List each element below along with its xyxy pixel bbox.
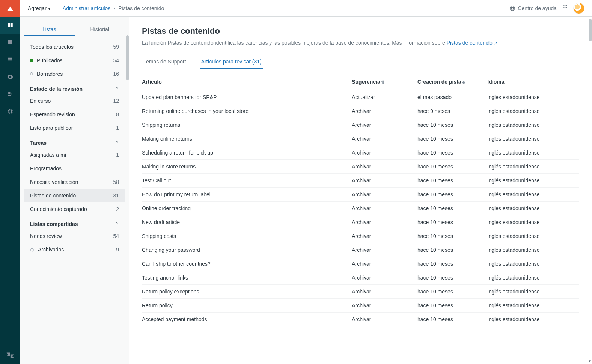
- svg-line-8: [513, 9, 514, 10]
- sidebar-item-captured-knowledge[interactable]: Conocimiento capturado 2: [24, 202, 125, 216]
- svg-point-4: [512, 7, 514, 9]
- page-title: Pistas de contenido: [142, 26, 579, 36]
- cell-suggestion: Archivar: [352, 146, 417, 160]
- main-scrollbar-thumb[interactable]: [589, 19, 592, 41]
- sort-icon: ⇅: [381, 80, 384, 84]
- col-language[interactable]: Idioma: [487, 73, 579, 90]
- tab-support-topics[interactable]: Temas de Support: [142, 55, 188, 69]
- cell-suggestion: Archivar: [352, 299, 417, 313]
- sidebar-item-assigned[interactable]: Asignadas a mí 1: [24, 148, 125, 162]
- table-row[interactable]: Returning online purchases in your local…: [142, 104, 579, 118]
- sidebar-item-label: Pistas de contenido: [30, 193, 76, 199]
- zendesk-logo-icon[interactable]: [0, 347, 20, 364]
- table-row[interactable]: Making in-store returnsArchivarhace 10 m…: [142, 160, 579, 174]
- tab-history[interactable]: Historial: [75, 23, 125, 36]
- topbar: Agregar ▾ Administrar artículos › Pistas…: [20, 0, 592, 17]
- cell-created: el mes pasado: [417, 90, 487, 104]
- sidebar-section-tasks[interactable]: Tareas ⌃: [24, 135, 125, 148]
- nav-settings-icon[interactable]: [0, 103, 20, 120]
- nav-users-icon[interactable]: [0, 86, 20, 103]
- cell-language: inglés estadounidense: [487, 104, 579, 118]
- sidebar-item-archived[interactable]: ⊖Archivados 9: [24, 243, 125, 256]
- table-row[interactable]: Testing anchor linksArchivarhace 10 mese…: [142, 271, 579, 285]
- cell-language: inglés estadounidense: [487, 118, 579, 132]
- cell-language: inglés estadounidense: [487, 285, 579, 299]
- sidebar-item-label: Esperando revisión: [30, 111, 75, 117]
- avatar[interactable]: [573, 3, 584, 14]
- sidebar-item-content-cues[interactable]: Pistas de contenido 31: [24, 189, 125, 202]
- cell-created: hace 10 meses: [417, 285, 487, 299]
- sidebar-item-ready[interactable]: Listo para publicar 1: [24, 121, 125, 135]
- cell-created: hace 10 meses: [417, 118, 487, 132]
- breadcrumb: Administrar artículos › Pistas de conten…: [63, 5, 164, 11]
- section-label: Estado de la revisión: [30, 86, 83, 92]
- cell-language: inglés estadounidense: [487, 313, 579, 326]
- table-row[interactable]: Changing your passwordArchivarhace 10 me…: [142, 243, 579, 257]
- chevron-down-icon: ▾: [48, 5, 51, 11]
- cell-created: hace 10 meses: [417, 174, 487, 188]
- table-row[interactable]: Updated plan banners for SP&PActualizare…: [142, 90, 579, 104]
- nav-knowledge-icon[interactable]: [0, 17, 20, 34]
- sidebar-section-review[interactable]: Estado de la revisión ⌃: [24, 81, 125, 94]
- desc-link[interactable]: Pistas de contenido ↗: [447, 40, 497, 46]
- table-row[interactable]: Test Call outArchivarhace 10 mesesinglés…: [142, 174, 579, 188]
- cell-suggestion: Archivar: [352, 202, 417, 215]
- add-button[interactable]: Agregar ▾: [28, 5, 51, 11]
- table-row[interactable]: Shipping costsArchivarhace 10 mesesinglé…: [142, 229, 579, 243]
- cell-language: inglés estadounidense: [487, 299, 579, 313]
- sidebar-item-needs-review[interactable]: Needs review 54: [24, 229, 125, 243]
- table-row[interactable]: Can I ship to other countries?Archivarha…: [142, 257, 579, 271]
- table-row[interactable]: New draft articleArchivarhace 10 mesesin…: [142, 215, 579, 229]
- cell-article: How do I print my return label: [142, 188, 352, 202]
- cell-language: inglés estadounidense: [487, 257, 579, 271]
- desc-text: La función Pistas de contenido identific…: [142, 40, 447, 46]
- table-row[interactable]: Scheduling a return for pick upArchivarh…: [142, 146, 579, 160]
- sidebar-item-in-progress[interactable]: En curso 12: [24, 94, 125, 108]
- table-row[interactable]: Shipping returnsArchivarhace 10 mesesing…: [142, 118, 579, 132]
- svg-point-2: [8, 92, 11, 94]
- breadcrumb-root-link[interactable]: Administrar artículos: [63, 5, 111, 11]
- sidebar-item-count: 8: [116, 111, 119, 117]
- sidebar-item-label: Necesita verificación: [30, 179, 78, 185]
- sidebar-scrollbar[interactable]: [126, 35, 129, 80]
- cell-suggestion: Archivar: [352, 118, 417, 132]
- cell-created: hace 10 meses: [417, 313, 487, 326]
- scroll-down-arrow-icon[interactable]: ▼: [588, 359, 592, 363]
- cell-created: hace 10 meses: [417, 229, 487, 243]
- col-article[interactable]: Artículo: [142, 73, 352, 90]
- col-created[interactable]: Creación de pista◆: [417, 73, 487, 90]
- table-row[interactable]: How do I print my return labelArchivarha…: [142, 188, 579, 202]
- apps-grid-icon[interactable]: [562, 5, 568, 12]
- col-suggestion[interactable]: Sugerencia⇅: [352, 73, 417, 90]
- sidebar-item-all-articles[interactable]: Todos los artículos 59: [24, 40, 125, 54]
- tab-articles-review[interactable]: Artículos para revisar (31): [200, 55, 263, 69]
- cell-created: hace 10 meses: [417, 215, 487, 229]
- table-row[interactable]: Accepted payment methodsArchivarhace 10 …: [142, 313, 579, 326]
- svg-rect-12: [563, 7, 564, 8]
- tab-lists[interactable]: Listas: [24, 23, 75, 36]
- brand-logo[interactable]: [0, 0, 20, 17]
- help-center-button[interactable]: Centro de ayuda: [509, 5, 557, 11]
- chevron-up-icon: ⌃: [114, 221, 119, 227]
- cell-article: Making online returns: [142, 132, 352, 146]
- sidebar-item-scheduled[interactable]: Programados: [24, 162, 125, 175]
- table-row[interactable]: Making online returnsArchivarhace 10 mes…: [142, 132, 579, 146]
- main-scrollbar-track[interactable]: ▼: [588, 17, 592, 364]
- cell-article: Test Call out: [142, 174, 352, 188]
- cell-article: Testing anchor links: [142, 271, 352, 285]
- sidebar-item-awaiting[interactable]: Esperando revisión 8: [24, 108, 125, 121]
- sidebar-item-label: Archivados: [38, 247, 64, 253]
- nav-blocks-icon[interactable]: [0, 51, 20, 68]
- nav-announce-icon[interactable]: [0, 34, 20, 51]
- svg-line-5: [511, 6, 512, 8]
- table-row[interactable]: Return policy exceptionsArchivarhace 10 …: [142, 285, 579, 299]
- sidebar-item-needs-verification[interactable]: Necesita verificación 58: [24, 175, 125, 189]
- sidebar-item-drafts[interactable]: Borradores 16: [24, 67, 125, 81]
- nav-eye-icon[interactable]: [0, 68, 20, 86]
- table-row[interactable]: Online order trackingArchivarhace 10 mes…: [142, 202, 579, 215]
- sidebar-section-shared[interactable]: Listas compartidas ⌃: [24, 216, 125, 229]
- table-row[interactable]: Return policyArchivarhace 10 mesesinglés…: [142, 299, 579, 313]
- sidebar-item-published[interactable]: Publicados 54: [24, 54, 125, 67]
- main-content: ▼ Pistas de contenido La función Pistas …: [129, 17, 592, 364]
- nav-rail: [0, 0, 20, 364]
